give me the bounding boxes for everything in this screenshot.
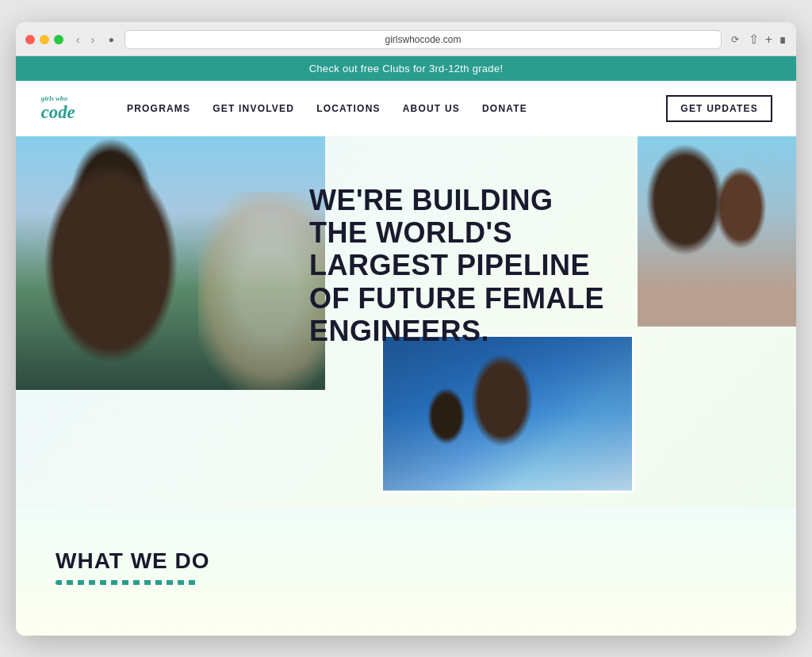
- nav-links: PROGRAMS GET INVOLVED LOCATIONS ABOUT US…: [127, 103, 666, 114]
- site-content: Check out free Clubs for 3rd-12th grade!…: [16, 56, 796, 636]
- dot-minimize[interactable]: [40, 35, 49, 44]
- hero-section: WE'RE BUILDING THE WORLD'S LARGEST PIPEL…: [16, 136, 796, 509]
- browser-back-button[interactable]: ‹: [73, 32, 83, 48]
- below-hero-section: WHAT WE DO: [16, 509, 796, 636]
- top-banner: Check out free Clubs for 3rd-12th grade!: [16, 56, 796, 81]
- logo-svg: girls who code: [40, 89, 95, 124]
- hero-photo-right: [638, 136, 796, 327]
- banner-text: Check out free Clubs for 3rd-12th grade!: [309, 63, 504, 74]
- nav-link-programs[interactable]: PROGRAMS: [127, 103, 190, 114]
- hero-text: WE'RE BUILDING THE WORLD'S LARGEST PIPEL…: [309, 184, 611, 348]
- dot-fullscreen[interactable]: [54, 35, 63, 44]
- nav-link-donate[interactable]: DONATE: [482, 103, 527, 114]
- new-tab-button[interactable]: +: [765, 32, 772, 47]
- nav-link-about-us[interactable]: ABOUT US: [403, 103, 460, 114]
- browser-dots: [25, 35, 63, 44]
- nav-link-locations[interactable]: LOCATIONS: [316, 103, 381, 114]
- browser-chrome: ‹ › ● girlswhocode.com ⟳ ⇧ + ∎: [16, 22, 796, 56]
- what-we-do-title: WHAT WE DO: [56, 548, 756, 574]
- reload-icon[interactable]: ⟳: [728, 32, 742, 47]
- svg-text:code: code: [41, 102, 75, 122]
- browser-forward-button[interactable]: ›: [88, 32, 98, 48]
- browser-actions: ⇧ + ∎: [749, 32, 787, 47]
- section-underline: [56, 580, 198, 585]
- grid-button[interactable]: ∎: [779, 32, 787, 47]
- dot-close[interactable]: [25, 35, 35, 44]
- nav-link-get-involved[interactable]: GET INVOLVED: [213, 103, 294, 114]
- security-icon: ●: [104, 32, 118, 47]
- share-button[interactable]: ⇧: [749, 32, 759, 47]
- get-updates-button[interactable]: GET UPDATES: [666, 95, 772, 122]
- hero-headline: WE'RE BUILDING THE WORLD'S LARGEST PIPEL…: [309, 184, 611, 348]
- address-bar[interactable]: girlswhocode.com: [124, 30, 721, 49]
- navbar: girls who code PROGRAMS GET INVOLVED LOC…: [16, 81, 796, 136]
- svg-text:girls who: girls who: [40, 94, 68, 102]
- hero-photo-bottom: [381, 334, 634, 493]
- hero-photo-left: [16, 136, 325, 390]
- logo[interactable]: girls who code: [40, 89, 95, 128]
- browser-window: ‹ › ● girlswhocode.com ⟳ ⇧ + ∎ Check out…: [16, 22, 796, 636]
- browser-nav: ‹ ›: [73, 32, 98, 48]
